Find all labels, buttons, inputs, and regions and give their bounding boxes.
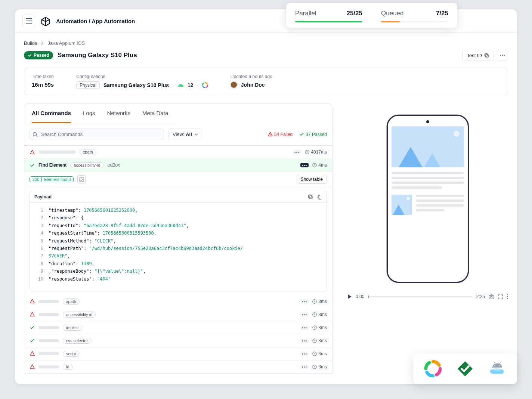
locator-pill: script <box>63 351 79 357</box>
locator-pill: id <box>63 364 73 370</box>
command-row[interactable]: xpath ••• 3ms <box>24 295 332 308</box>
svg-point-2 <box>500 55 501 56</box>
warning-icon <box>268 132 273 137</box>
theme-icon[interactable] <box>317 194 322 200</box>
row-more-button[interactable]: ••• <box>293 150 301 154</box>
row-more-button[interactable]: ••• <box>300 299 309 304</box>
command-name: Find Element <box>38 163 66 168</box>
queued-bar <box>381 21 400 22</box>
row-more-button[interactable]: ••• <box>300 365 309 369</box>
status-badge: Passed <box>24 51 53 59</box>
more-actions-button[interactable] <box>497 50 508 61</box>
warning-icon <box>30 351 35 356</box>
svg-rect-11 <box>309 196 312 199</box>
tab-networks[interactable]: Networks <box>107 104 131 123</box>
locator-pill: xpath <box>80 149 96 155</box>
check-icon <box>28 53 32 58</box>
tab-logs[interactable]: Logs <box>83 104 95 123</box>
breadcrumb-current: Java Appium iOS <box>47 40 85 46</box>
video-controls: 0:00 2:25 <box>347 294 508 299</box>
svg-point-10 <box>80 178 81 179</box>
passed-count: 37 Passed <box>299 132 327 137</box>
locator-pill: css selector <box>63 338 91 344</box>
camera-icon[interactable] <box>489 294 494 299</box>
chevron-down-icon <box>195 133 198 136</box>
placeholder-text <box>38 151 76 154</box>
svg-rect-0 <box>486 54 488 57</box>
copy-icon[interactable] <box>308 194 313 200</box>
svg-rect-19 <box>489 295 494 299</box>
parallel-bar <box>295 21 362 22</box>
row-more-button[interactable]: ••• <box>300 352 309 356</box>
test-id-label: Test ID <box>467 53 482 58</box>
failed-count: 54 Failed <box>268 132 293 137</box>
menu-button[interactable] <box>22 15 35 27</box>
command-time: 3ms <box>318 338 327 343</box>
framework-badges-card <box>413 353 517 384</box>
header-breadcrumb: Automation / App Automation <box>56 18 135 24</box>
config-chip: Physical <box>76 81 100 89</box>
tab-meta-data[interactable]: Meta Data <box>142 104 168 123</box>
session-meta-card: Time taken 16m 59s Configurations Physic… <box>24 68 508 95</box>
search-input[interactable] <box>30 129 164 140</box>
row-more-button[interactable]: ••• <box>300 338 309 343</box>
tab-all-commands[interactable]: All Commands <box>32 104 71 123</box>
play-button[interactable] <box>347 294 352 299</box>
time-taken-label: Time taken <box>32 74 54 79</box>
row-more-button[interactable]: ••• <box>300 312 309 317</box>
command-row[interactable]: accessibility id ••• 3ms <box>24 308 332 321</box>
command-result-row: 200 Element found Show table <box>24 172 332 187</box>
view-filter[interactable]: View: All <box>168 129 201 140</box>
command-row[interactable]: id ••• 3ms <box>24 361 332 374</box>
android-cup-icon <box>489 360 506 377</box>
locator-pill: implicit <box>63 325 82 331</box>
svg-point-22 <box>507 296 508 297</box>
video-current-time: 0:00 <box>356 294 364 299</box>
command-time: 4ms <box>318 163 327 168</box>
payload-code[interactable]: 1"timestamp": 1705665601625252000,2 "res… <box>30 203 327 291</box>
os-version: 12 <box>188 82 194 88</box>
placeholder-text <box>38 365 59 368</box>
avatar <box>231 81 237 88</box>
locator-pill: xpath <box>63 299 80 304</box>
preview-thumb-image <box>392 195 412 215</box>
locator-pill: accessibility-id <box>70 162 103 168</box>
locator-pill: accessibility id <box>63 312 96 318</box>
status-badge-label: Passed <box>34 53 49 58</box>
command-row-expanded[interactable]: Find Element accessibility-id urlBox •••… <box>24 159 332 172</box>
warning-icon <box>30 312 35 317</box>
warning-icon <box>30 299 35 304</box>
preview-hero-image <box>392 126 464 167</box>
command-row[interactable]: script ••• 3ms <box>24 347 332 361</box>
command-row[interactable]: xpath ••• 4017ms <box>24 146 332 159</box>
queued-value: 7/25 <box>436 10 448 17</box>
breadcrumb-root[interactable]: Builds <box>24 40 37 46</box>
command-list: xpath ••• 4017ms Fin <box>24 146 332 374</box>
clock-icon <box>312 299 317 304</box>
video-track[interactable] <box>368 296 472 297</box>
queued-label: Queued <box>381 10 404 17</box>
updated-label: Updated 6 hours ago <box>231 74 272 79</box>
command-time: 3ms <box>318 325 327 330</box>
clock-icon <box>312 352 317 356</box>
placeholder-text <box>38 300 59 303</box>
command-row[interactable]: implicit ••• 3ms <box>24 321 332 334</box>
command-time: 4017ms <box>311 149 327 155</box>
row-more-button[interactable]: ••• <box>300 325 309 330</box>
svg-rect-1 <box>485 53 487 56</box>
svg-point-20 <box>491 296 492 298</box>
fullscreen-icon[interactable] <box>498 294 503 299</box>
clock-icon <box>312 312 317 317</box>
show-table-button[interactable]: Show table <box>297 175 327 184</box>
filter-row: View: All 54 Failed 37 Passed <box>24 123 332 146</box>
status-pill: 200 Element found <box>30 176 74 182</box>
android-icon <box>178 82 184 88</box>
test-id-button[interactable]: Test ID <box>462 50 494 61</box>
command-row[interactable]: css selector ••• 3ms <box>24 334 332 347</box>
screenshot-thumb-icon[interactable] <box>77 175 86 183</box>
row-more-button[interactable]: ••• <box>300 163 309 167</box>
svg-point-21 <box>507 294 508 296</box>
parallel-value: 25/25 <box>346 10 362 17</box>
svg-point-4 <box>504 55 505 56</box>
more-vertical-icon[interactable] <box>507 294 508 299</box>
